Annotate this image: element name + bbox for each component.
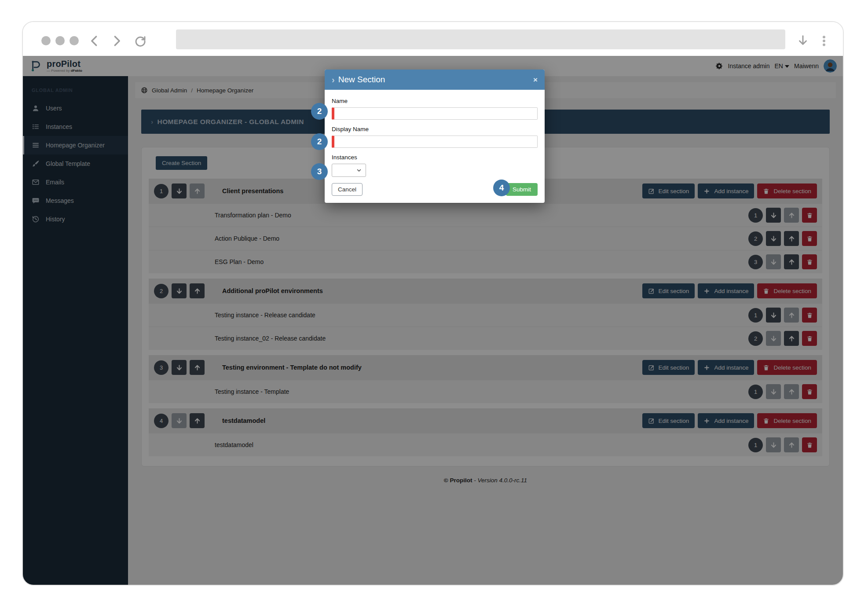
annotation-step-submit: 4: [493, 180, 510, 196]
modal-body: Name Display Name Instances: [325, 90, 545, 177]
new-section-modal: › New Section × Name Display Name Instan…: [325, 70, 545, 203]
refresh-button[interactable]: [134, 34, 147, 48]
window-control-dot-3[interactable]: [70, 36, 79, 45]
submit-button[interactable]: Submit: [506, 183, 538, 196]
annotation-step-display: 2: [311, 133, 328, 150]
annotation-step-instances: 3: [311, 163, 328, 180]
page: { "browser": { "address_value": "", "ico…: [0, 0, 868, 609]
annotation-step-name: 2: [311, 103, 328, 120]
window-control-dot-2[interactable]: [55, 36, 65, 45]
display-name-input[interactable]: [332, 136, 538, 148]
instances-select[interactable]: [332, 164, 366, 177]
display-name-label: Display Name: [332, 126, 538, 132]
browser-menu-icon[interactable]: [817, 34, 831, 48]
window-control-dot-1[interactable]: [41, 36, 51, 45]
modal-title: New Section: [338, 75, 385, 84]
name-label: Name: [332, 98, 538, 104]
browser-toolbar: [23, 22, 843, 56]
cancel-button[interactable]: Cancel: [332, 183, 363, 196]
name-input[interactable]: [332, 107, 538, 120]
back-button[interactable]: [88, 34, 101, 48]
address-bar[interactable]: [176, 29, 785, 49]
download-icon[interactable]: [796, 34, 809, 48]
close-icon[interactable]: ×: [533, 76, 538, 84]
modal-header: › New Section ×: [325, 70, 545, 90]
forward-button[interactable]: [110, 34, 123, 48]
instances-label: Instances: [332, 154, 538, 161]
modal-title-chevron-icon: ›: [332, 75, 335, 85]
chevron-down-icon: [356, 167, 362, 173]
modal-footer: Cancel Submit: [325, 177, 545, 203]
